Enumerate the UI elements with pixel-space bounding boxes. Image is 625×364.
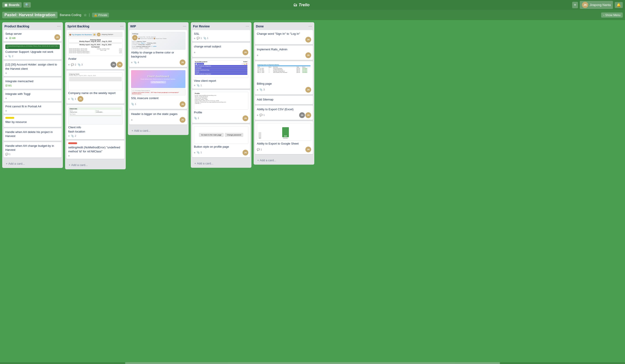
- card-handle-ah-delete[interactable]: Handle when AH delete his project in Har…: [3, 128, 62, 141]
- card-footer: ≡ JN: [131, 117, 186, 123]
- add-card-label: Add a card...: [260, 159, 276, 162]
- add-button[interactable]: +: [572, 2, 578, 8]
- card-footer: ≡ 💬 2 📎 3 JN JN: [68, 62, 123, 67]
- list-title-done: Done: [256, 25, 264, 28]
- report-image: Jirapong NartaWeekly Report: Aug 09, 201…: [68, 38, 123, 56]
- card-footer: ≡: [5, 72, 60, 74]
- card-button-style[interactable]: Go back to the main page Change password…: [192, 124, 250, 157]
- card-profile[interactable]: Profile Email: jirapong@bananacoding.com…: [192, 90, 250, 123]
- card-setting-edit-error[interactable]: setting#edit (NoMethodError) "undefined …: [66, 140, 124, 159]
- horizontal-scrollbar[interactable]: [0, 362, 625, 364]
- card-title: Ability to Export to Google Sheet: [257, 142, 311, 146]
- card-view-client-report[interactable]: Accessible projectsAction ⬤ Speechify ← …: [192, 58, 250, 88]
- add-card-product-backlog[interactable]: + Add a card...: [3, 161, 62, 167]
- chart-image: $0 $15 Random: [257, 123, 311, 141]
- card-customer-support[interactable]: christianMarketingmedia.ca (Christian Fi…: [3, 43, 62, 59]
- list-menu-button-for-review[interactable]: ⋯: [246, 24, 249, 28]
- board-team[interactable]: Banana Coding: [60, 13, 81, 17]
- card-billing-page[interactable]: jirapong.narta ▾ | Payment History DateI…: [255, 61, 313, 94]
- add-card-label: Add a card...: [71, 163, 88, 167]
- checklist-badge: ☑ 0/1: [5, 84, 12, 87]
- search-icon: 🔍: [25, 3, 29, 7]
- board-header: Pastel: Harvest Integration Banana Codin…: [0, 10, 625, 20]
- card-thumbnail-theme: Settings JN Choose File - No file select…: [131, 32, 186, 50]
- card-integrate-memcached[interactable]: Integrate memcached ☑ 0/1: [3, 78, 62, 89]
- search-button[interactable]: 🔍: [23, 2, 31, 8]
- notifications-button[interactable]: 🔔: [615, 2, 623, 8]
- add-card-done[interactable]: + Add a card...: [255, 157, 313, 163]
- trello-name: Trello: [299, 3, 310, 7]
- card-ssl-insecure[interactable]: Client dashboard Pastel allows your clie…: [129, 68, 187, 109]
- card-setup-server[interactable]: Setup server 👁 ☑ 4/8 JN: [3, 30, 62, 41]
- list-done: Done ⋯ Change word "Sign In" to "Log In"…: [254, 22, 314, 165]
- visibility-button[interactable]: 🔒 Private: [92, 13, 109, 17]
- card-footer: JN: [257, 37, 311, 43]
- list-menu-button-done[interactable]: ⋯: [309, 24, 312, 28]
- card-footer: ≡: [5, 109, 60, 112]
- card-signin-login[interactable]: Change word "Sign In" to "Log In" JN: [255, 30, 313, 44]
- attach-badge: 📎 1: [71, 98, 76, 100]
- yellow-label: [5, 117, 14, 119]
- card-filter-resource[interactable]: filter by resource: [3, 115, 62, 127]
- card-handle-ah-budget[interactable]: Handle when AH change budget-by in Harve…: [3, 142, 62, 158]
- add-card-label: Add a card...: [8, 162, 25, 165]
- checklist-badge: ☑ 4/8: [9, 37, 15, 40]
- comment-badge: 💬 2: [71, 63, 76, 66]
- list-cards-product-backlog: Setup server 👁 ☑ 4/8 JN christianMarketi…: [2, 30, 63, 160]
- add-card-wip[interactable]: + Add a card...: [129, 128, 187, 134]
- boards-button[interactable]: ▦ Boards: [2, 2, 22, 8]
- list-icon: ≡: [194, 151, 195, 154]
- list-menu-button-wip[interactable]: ⋯: [183, 24, 186, 28]
- board-title[interactable]: Pastel: Harvest Integration: [2, 12, 58, 18]
- list-header-done: Done ⋯: [254, 22, 314, 30]
- card-print-portrait[interactable]: Print cannot fit in Portrait A4 ≡: [3, 103, 62, 114]
- card-client-info[interactable]: Client info NameJirapong Narta Emailcert…: [66, 105, 124, 139]
- show-menu-button[interactable]: ‹ Show Menu: [601, 12, 623, 18]
- card-theme-color[interactable]: Settings JN Choose File - No file select…: [129, 30, 187, 67]
- card-header-bigger[interactable]: Header is bigger on the static pages ≡ J…: [129, 110, 187, 125]
- add-card-sprint-backlog[interactable]: + Add a card...: [66, 162, 124, 168]
- card-footer: 📎 1 JN: [194, 115, 248, 121]
- card-title: Header is bigger on the static pages: [131, 112, 186, 116]
- list-icon: ≡: [68, 98, 69, 100]
- list-cards-sprint-backlog: 📦 Try Dropbox for Business 🔔 JN Jirapong…: [65, 30, 126, 162]
- comment-badge: 💬 1: [259, 114, 265, 116]
- lock-icon: 🔒: [94, 13, 97, 17]
- add-card-for-review[interactable]: + Add a card...: [192, 160, 250, 167]
- scrollbar-thumb: [125, 362, 500, 364]
- list-for-review: For Review ⋯ SSL ≡ 💬 1 📎 1 change email …: [191, 22, 251, 168]
- list-header-product-backlog: Product Backlog ⋯: [2, 22, 63, 30]
- avatar: JN: [78, 96, 83, 102]
- card-company-name[interactable]: Jirapong Narta Weekly Report: Aug 04, 20…: [66, 71, 124, 104]
- card-footer: ≡ 📎 1 JN: [68, 96, 123, 102]
- card-title: setting#edit (NoMethodError) "undefined …: [68, 145, 123, 153]
- star-icon[interactable]: ☆: [84, 13, 87, 17]
- list-icon: ≡: [68, 135, 69, 137]
- add-card-label: Add a card...: [134, 129, 151, 132]
- card-footer: ≡ 📎 1: [194, 84, 248, 87]
- card-thumbnail-ssl: Client dashboard Pastel allows your clie…: [131, 70, 186, 88]
- card-rails-admin[interactable]: Implement Rails_Admin ≡ JN: [255, 46, 313, 60]
- card-export-google-sheet[interactable]: $0 $15 Random Ability to Export to Googl…: [255, 121, 313, 154]
- card-title: Ability to change a theme color or backg…: [131, 51, 186, 58]
- card-thumbnail-projects: Accessible projectsAction ⬤ Speechify ← …: [194, 60, 248, 78]
- card-ssl[interactable]: SSL ≡ 💬 1 📎 1: [192, 30, 250, 41]
- card-integrate-toggl[interactable]: Integrate with Toggl ≡: [3, 90, 62, 101]
- list-menu-button-product-backlog[interactable]: ⋯: [57, 24, 61, 28]
- attach-badge: 📎 1: [203, 37, 208, 40]
- avatar: JN: [243, 50, 248, 55]
- red-label: [68, 142, 77, 144]
- card-title: Change word "Sign In" to "Log In": [257, 32, 311, 36]
- card-avatar[interactable]: 📦 Try Dropbox for Business 🔔 JN Jirapong…: [66, 30, 124, 69]
- plus-icon: +: [131, 129, 133, 132]
- card-account-holder[interactable]: [12] [30] Account Holder: assign client …: [3, 61, 62, 76]
- list-menu-button-sprint-backlog[interactable]: ⋯: [120, 24, 124, 28]
- list-title-wip: WIP: [130, 25, 136, 28]
- card-footer: ≡ 📎 2: [68, 135, 123, 138]
- nav-center: 🗂 Trello: [293, 3, 310, 7]
- card-add-sitemap[interactable]: Add Sitemap: [255, 96, 313, 104]
- user-menu-button[interactable]: JN Jirapong Nanta: [580, 1, 613, 9]
- card-email-subject[interactable]: change email subject ≡ JN: [192, 43, 250, 57]
- card-export-csv[interactable]: Ability to Export CSV (Excel) ≡ 💬 1 JN J…: [255, 106, 313, 120]
- card-title: Billing page: [257, 82, 311, 86]
